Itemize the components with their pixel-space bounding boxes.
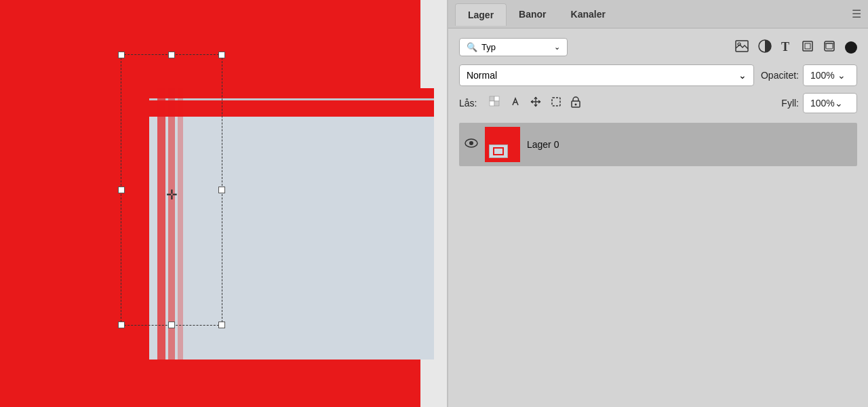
lock-position-icon[interactable] <box>530 96 542 111</box>
fill-dropdown[interactable]: 100% ⌄ <box>803 93 857 113</box>
blend-mode-value: Normal <box>467 70 497 81</box>
tab-lager[interactable]: Lager <box>455 3 507 26</box>
panel-content: 🔍 Typ ⌄ <box>448 28 868 407</box>
shape-filter-icon[interactable] <box>802 40 814 55</box>
lock-paint-icon[interactable] <box>509 96 521 111</box>
panel-tabs: Lager Banor Kanaler ☰ <box>448 0 868 28</box>
lock-artboard-icon[interactable] <box>550 96 562 111</box>
tab-banor[interactable]: Banor <box>507 3 558 25</box>
adjustment-filter-icon[interactable] <box>758 39 772 56</box>
filter-row: 🔍 Typ ⌄ <box>459 38 857 56</box>
color-filter-icon[interactable] <box>845 41 857 54</box>
fill-label: Fyll: <box>781 98 799 109</box>
blend-mode-arrow: ⌄ <box>738 70 747 81</box>
layer-type-icons: T <box>735 39 857 56</box>
blend-mode-dropdown[interactable]: Normal ⌄ <box>459 64 754 86</box>
svg-rect-4 <box>803 41 812 51</box>
blend-row: Normal ⌄ Opacitet: 100% ⌄ <box>459 64 857 86</box>
lock-all-icon[interactable] <box>570 96 581 111</box>
svg-rect-20 <box>494 149 502 154</box>
svg-rect-10 <box>494 96 499 101</box>
svg-rect-5 <box>805 43 810 49</box>
layer-thumbnail-content <box>489 144 508 158</box>
fill-arrow: ⌄ <box>835 98 843 109</box>
image-filter-icon[interactable] <box>735 40 749 55</box>
doc-red-line-3 <box>149 110 434 117</box>
opacity-dropdown[interactable]: 100% ⌄ <box>803 64 857 86</box>
fill-section: Fyll: 100% ⌄ <box>781 93 857 113</box>
filter-dropdown-arrow: ⌄ <box>554 43 560 52</box>
opacity-arrow: ⌄ <box>837 70 846 81</box>
canvas-area: ✛ <box>0 0 447 407</box>
layers-panel: Lager Banor Kanaler ☰ 🔍 Typ ⌄ <box>448 0 868 407</box>
opacity-section: Opacitet: 100% ⌄ <box>761 64 857 86</box>
doc-vert-line-2 <box>168 88 175 360</box>
canvas-document <box>149 88 434 360</box>
lock-icons <box>489 96 581 111</box>
fill-value: 100% <box>810 98 835 109</box>
search-icon: 🔍 <box>467 42 477 52</box>
layer-list: Lager 0 <box>459 123 857 166</box>
layer-name: Lager 0 <box>527 139 559 150</box>
doc-red-line-2 <box>149 100 434 110</box>
svg-text:T: T <box>781 40 789 52</box>
svg-point-18 <box>469 141 473 145</box>
text-filter-icon[interactable]: T <box>781 40 792 55</box>
svg-rect-9 <box>490 96 494 101</box>
doc-vert-line-3 <box>178 88 183 360</box>
panel-menu-icon[interactable]: ☰ <box>852 7 861 20</box>
svg-rect-11 <box>490 101 494 106</box>
lock-label: Lås: <box>459 98 477 109</box>
tab-kanaler[interactable]: Kanaler <box>559 3 618 25</box>
opacity-label: Opacitet: <box>761 70 799 81</box>
filter-type-label: Typ <box>481 42 496 52</box>
smart-object-filter-icon[interactable] <box>823 40 835 55</box>
doc-vert-line-1 <box>157 88 165 360</box>
doc-red-line-1 <box>149 88 434 100</box>
svg-rect-7 <box>826 43 833 49</box>
lock-transparency-icon[interactable] <box>489 96 501 111</box>
svg-rect-12 <box>494 101 499 106</box>
layer-thumbnail <box>485 127 520 162</box>
opacity-value: 100% <box>810 70 835 81</box>
layer-visibility-toggle[interactable] <box>465 138 478 152</box>
layer-item[interactable]: Lager 0 <box>459 123 857 166</box>
lock-row: Lås: <box>459 93 857 113</box>
svg-point-16 <box>575 104 577 106</box>
filter-type-dropdown[interactable]: 🔍 Typ ⌄ <box>459 38 568 56</box>
svg-rect-14 <box>552 98 560 106</box>
